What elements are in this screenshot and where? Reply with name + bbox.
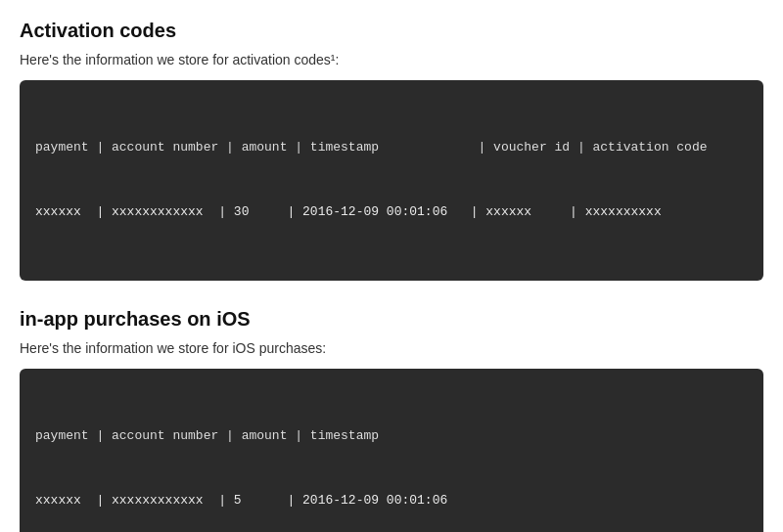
ios-purchases-header: payment | account number | amount | time… [35, 425, 748, 447]
activation-codes-title: Activation codes [20, 20, 763, 42]
ios-purchases-block: payment | account number | amount | time… [20, 369, 763, 532]
activation-codes-block: payment | account number | amount | time… [20, 80, 763, 281]
ios-purchases-title: in-app purchases on iOS [20, 308, 763, 331]
activation-codes-section: Activation codes Here's the information … [20, 20, 763, 281]
page-content: Activation codes Here's the information … [20, 20, 763, 532]
ios-purchases-row: xxxxxx | xxxxxxxxxxxx | 5 | 2016-12-09 0… [35, 490, 748, 511]
activation-codes-desc: Here's the information we store for acti… [20, 50, 763, 70]
activation-codes-row: xxxxxx | xxxxxxxxxxxx | 30 | 2016-12-09 … [35, 201, 748, 223]
ios-purchases-section: in-app purchases on iOS Here's the infor… [20, 308, 763, 532]
ios-purchases-desc: Here's the information we store for iOS … [20, 338, 763, 359]
activation-codes-header: payment | account number | amount | time… [35, 137, 748, 158]
